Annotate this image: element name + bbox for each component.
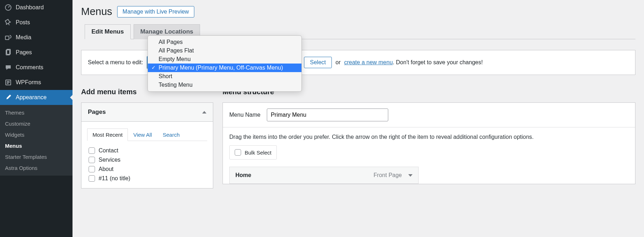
nav-appearance[interactable]: Appearance [0,90,73,105]
nav-media[interactable]: Media [0,30,73,45]
page-checkbox[interactable] [89,175,95,182]
menu-name-input[interactable] [267,109,388,121]
svg-rect-1 [5,36,9,40]
pages-icon [4,49,12,56]
page-row: #11 (no title) [89,174,206,183]
page-label: Services [99,157,120,163]
form-icon [4,79,12,86]
page-row: About [89,165,206,174]
page-label: Contact [99,147,118,154]
nav-label: Media [16,34,31,41]
menu-item-title: Home [235,172,251,178]
create-new-menu-link[interactable]: create a new menu [344,59,393,65]
page-checkbox[interactable] [89,157,95,163]
menu-structure-column: Menu structure Menu Name Drag the items … [223,88,635,188]
page-row: Contact [89,146,206,155]
tab-search[interactable]: Search [157,128,185,141]
sub-astra-options[interactable]: Astra Options [0,162,73,173]
bulk-select-label: Bulk Select [245,150,271,156]
bulk-select-checkbox[interactable] [235,149,241,156]
nav-label: WPForms [16,79,41,86]
pages-panel-toggle[interactable]: Pages [81,103,213,122]
media-icon [4,34,12,41]
nav-label: Posts [16,19,30,26]
dropdown-option[interactable]: All Pages Flat [148,46,301,55]
nav-comments[interactable]: Comments [0,60,73,75]
page-label: About [99,166,114,172]
comment-icon [4,64,12,71]
select-prefix-label: Select a menu to edit: [88,59,143,66]
caret-down-icon [408,174,413,177]
page-row: Services [89,155,206,165]
sub-widgets[interactable]: Widgets [0,129,73,140]
admin-sidebar: Dashboard Posts Media Pages Comments WPF… [0,0,73,237]
page-title: Menus [81,6,112,17]
brush-icon [4,94,12,101]
appearance-submenu: Themes Customize Widgets Menus Starter T… [0,105,73,176]
sub-menus[interactable]: Menus [0,140,73,151]
dropdown-option-selected[interactable]: Primary Menu (Primary Menu, Off-Canvas M… [148,64,301,72]
menu-name-label: Menu Name [229,112,260,118]
tab-edit-menus[interactable]: Edit Menus [85,24,131,39]
pages-panel: Pages Most Recent View All Search Contac… [81,102,213,188]
caret-up-icon [202,111,206,114]
dropdown-option[interactable]: Empty Menu [148,55,301,64]
nav-wpforms[interactable]: WPForms [0,75,73,90]
menu-name-row: Menu Name [223,103,635,127]
page-checkbox[interactable] [89,166,95,172]
nav-pages[interactable]: Pages [0,45,73,60]
dashboard-icon [4,4,12,11]
tab-view-all[interactable]: View All [128,128,157,141]
add-menu-items-column: Add menu items Pages Most Recent View Al… [81,88,213,188]
nav-label: Dashboard [16,4,44,11]
menu-select-options-popup: All Pages All Pages Flat Empty Menu Prim… [148,35,302,92]
nav-posts[interactable]: Posts [0,15,73,30]
live-preview-button[interactable]: Manage with Live Preview [117,6,194,17]
page-checkbox[interactable] [89,147,95,154]
pin-icon [4,19,12,26]
page-heading: Menus Manage with Live Preview [81,6,635,17]
pages-checklist: Contact Services About #11 (no title) [81,141,213,188]
pages-inner-tabs: Most Recent View All Search [87,128,207,141]
menu-item-type: Front Page [374,172,402,178]
nav-label: Pages [16,49,32,56]
menu-item-home[interactable]: Home Front Page [229,167,419,184]
or-label: or [335,59,340,66]
sub-customize[interactable]: Customize [0,118,73,129]
bulk-select-toggle[interactable]: Bulk Select [229,145,277,160]
nav-dashboard[interactable]: Dashboard [0,0,73,15]
nav-label: Comments [16,64,43,71]
dropdown-option[interactable]: All Pages [148,38,301,46]
sub-themes[interactable]: Themes [0,107,73,118]
panel-title: Pages [88,109,106,116]
dropdown-option[interactable]: Short [148,72,301,81]
select-suffix-label: . Don't forget to save your changes! [393,59,483,65]
menu-structure-panel: Menu Name Drag the items into the order … [223,102,635,184]
dropdown-option[interactable]: Testing Menu [148,81,301,89]
select-button[interactable]: Select [304,57,332,68]
sub-starter-templates[interactable]: Starter Templates [0,151,73,162]
tab-most-recent[interactable]: Most Recent [87,128,128,141]
instructions-text: Drag the items into the order you prefer… [223,127,635,145]
page-label: #11 (no title) [99,175,130,182]
nav-label: Appearance [16,94,46,101]
